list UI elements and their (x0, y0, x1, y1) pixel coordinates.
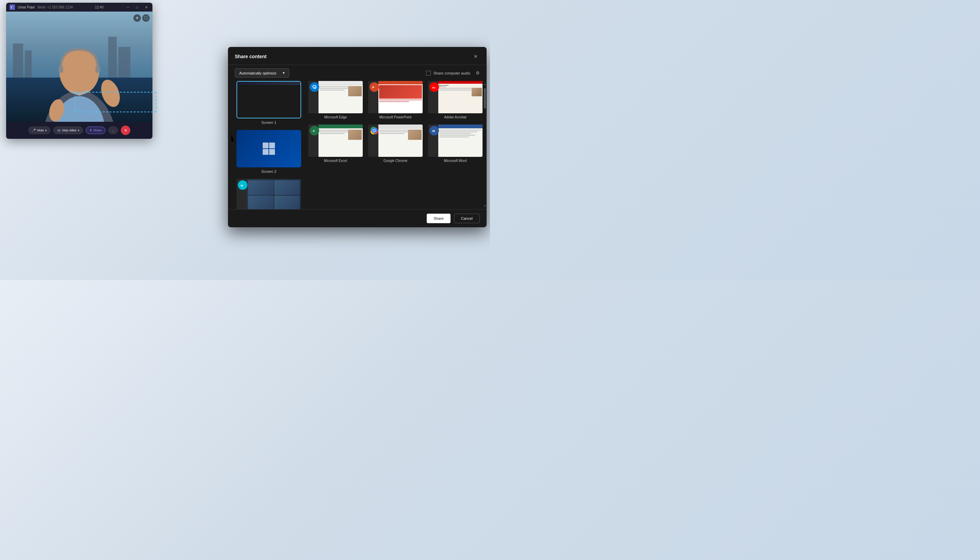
excel-label: Microsoft Excel (324, 159, 347, 163)
word-thumbnail[interactable]: W (428, 125, 483, 157)
dialog-header: Share content ✕ (228, 47, 487, 65)
acrobat-preview: Make beautiful Adobe Acrobat (438, 81, 483, 113)
share-confirm-button[interactable]: Share (427, 214, 450, 223)
ppt-slide (379, 85, 422, 99)
audio-option: Share computer audio ⚙ (426, 70, 480, 75)
excel-thumbnail[interactable]: X (308, 125, 363, 157)
close-button[interactable]: ✕ (143, 5, 149, 10)
share-content-dialog: Share content ✕ Automatically optimize ▾… (228, 47, 487, 227)
audio-checkbox-option[interactable]: Share computer audio (426, 71, 470, 75)
camera-icon: 📹 (57, 128, 60, 132)
acrobat-app-item[interactable]: Ac Make beautiful Adobe Acrobat (428, 81, 483, 119)
acrobat-text-2 (439, 90, 471, 90)
ppt-preview (378, 81, 423, 113)
chrome-app-item[interactable]: Google Chrome (368, 125, 423, 163)
webex-person-2 (274, 180, 300, 195)
word-text-4 (439, 135, 475, 136)
webex-item[interactable]: W (235, 179, 303, 209)
word-text-1 (439, 130, 482, 131)
acrobat-label: Adobe Acrobat (444, 115, 467, 119)
chrome-thumbnail[interactable] (368, 125, 423, 157)
dialog-close-button[interactable]: ✕ (472, 52, 480, 60)
excel-icon: X (310, 126, 319, 135)
cancel-button[interactable]: Cancel (454, 214, 480, 223)
word-preview (438, 125, 483, 157)
optimize-dropdown[interactable]: Automatically optimize ▾ (235, 68, 289, 78)
webex-grid (248, 180, 300, 209)
webex-thumbnail[interactable]: W (237, 179, 301, 209)
more-options-button[interactable]: ... (108, 127, 118, 134)
svg-rect-11 (263, 149, 268, 155)
word-header (438, 125, 483, 128)
minimize-button[interactable]: ─ (125, 5, 131, 10)
word-logo-icon: W (431, 128, 437, 134)
edge-thumbnail[interactable] (308, 81, 363, 113)
webex-icon: W (238, 180, 247, 190)
acrobat-thumbnail[interactable]: Ac Make beautiful Adobe Acrobat (428, 81, 483, 113)
screen-1-item[interactable]: Screen 1 (235, 81, 303, 125)
edge-preview-header (318, 81, 363, 85)
windows-desktop (237, 130, 301, 167)
audio-checkbox[interactable] (426, 71, 431, 75)
video-chevron-icon: ▾ (78, 129, 79, 132)
acrobat-image (472, 88, 482, 96)
excel-image (348, 130, 362, 140)
ppt-label: Microsoft PowerPoint (379, 115, 412, 119)
word-text-2 (439, 131, 477, 132)
person-video (6, 12, 152, 122)
ppt-text-2 (379, 101, 409, 102)
ppt-logo-icon: P (371, 84, 377, 90)
svg-rect-10 (269, 143, 275, 148)
apps-grid: Microsoft Edge P (308, 81, 483, 206)
video-call-window: T Umar Patel Work: +1 555 888 1234 12:40… (6, 3, 152, 139)
scroll-down-button[interactable]: ▼ (483, 203, 487, 208)
svg-text:P: P (372, 86, 374, 89)
stop-video-button[interactable]: 📹 Stop video ▾ (53, 127, 83, 134)
mute-chevron-icon: ▾ (45, 129, 47, 132)
edge-preview (318, 81, 363, 113)
screen-2-preview (237, 130, 301, 167)
scroll-up-button[interactable]: ▲ (483, 82, 487, 87)
svg-point-15 (312, 84, 317, 90)
scroll-thumb[interactable] (484, 88, 486, 108)
excel-app-item[interactable]: X Microsoft (308, 125, 363, 163)
chrome-text-3 (379, 133, 405, 134)
webex-person-3 (248, 196, 273, 210)
chrome-body (378, 128, 423, 157)
chrome-preview (378, 125, 423, 157)
dialog-footer: Share Cancel (228, 209, 487, 227)
dropdown-chevron-icon: ▾ (283, 71, 285, 75)
titlebar-title: Umar Patel (18, 5, 35, 9)
screen-2-thumbnail[interactable] (237, 130, 301, 167)
window-controls: ─ □ ✕ (125, 5, 149, 10)
audio-settings-icon[interactable]: ⚙ (476, 70, 480, 75)
ppt-thumbnail[interactable]: P (368, 81, 423, 113)
edge-text-3 (320, 90, 345, 90)
word-text-5 (439, 137, 469, 137)
screen-1-grid (237, 82, 300, 85)
screen-1-thumbnail[interactable] (237, 81, 301, 118)
screen-2-item[interactable]: Screen 2 (235, 130, 303, 173)
end-call-button[interactable]: ✕ (121, 125, 130, 135)
stop-video-label: Stop video (62, 128, 77, 132)
svg-rect-9 (263, 143, 268, 148)
svg-text:W: W (240, 184, 243, 187)
mute-button[interactable]: 🎤 Mute ▾ (28, 127, 50, 134)
ppt-app-item[interactable]: P Microsoft PowerPoint (368, 81, 423, 119)
dialog-content: Screen 1 (228, 81, 487, 209)
chrome-logo-icon (370, 127, 378, 134)
maximize-button[interactable]: □ (135, 5, 140, 10)
call-controls-bar: 🎤 Mute ▾ 📹 Stop video ▾ ⬆ Share ... ✕ (6, 122, 152, 139)
screen-1-preview (237, 82, 300, 118)
video-fullscreen-icon[interactable]: ⛶ (142, 14, 150, 22)
titlebar-phone: Work: +1 555 888 1234 (37, 5, 73, 9)
edge-preview-body (318, 85, 363, 113)
acrobat-body: Make beautiful Adobe Acrobat (438, 84, 483, 113)
video-settings-icon[interactable]: ⚙ (133, 14, 141, 22)
edge-logo-icon (312, 84, 317, 90)
word-app-item[interactable]: W (428, 125, 483, 163)
titlebar-left: T Umar Patel Work: +1 555 888 1234 (10, 4, 73, 10)
mute-label: Mute (37, 128, 44, 132)
edge-app-item[interactable]: Microsoft Edge (308, 81, 363, 119)
share-button[interactable]: ⬆ Share (86, 127, 105, 134)
